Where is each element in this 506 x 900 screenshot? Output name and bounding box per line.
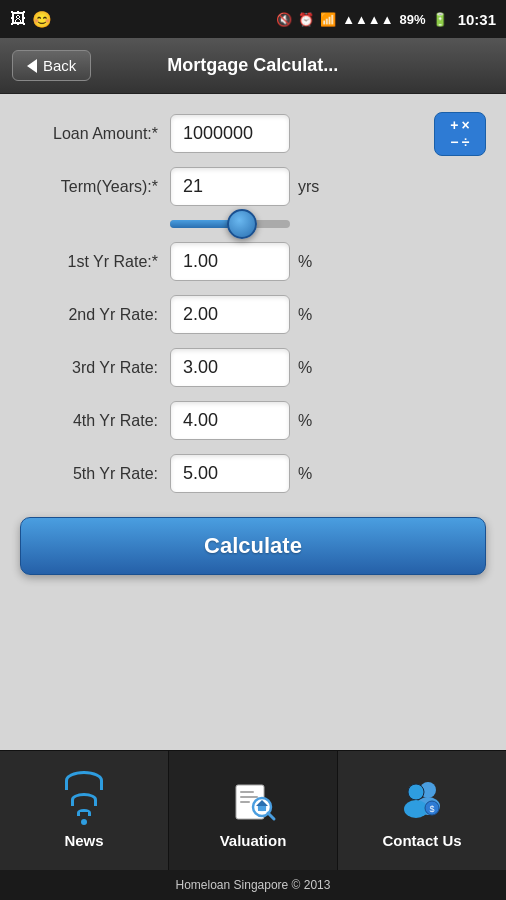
rate5-input[interactable] (170, 454, 290, 493)
multiply-icon: × (462, 118, 470, 132)
mute-icon: 🔇 (276, 12, 292, 27)
news-label: News (64, 832, 103, 849)
rate4-unit: % (298, 412, 312, 430)
loan-amount-row: Loan Amount:* + × − ÷ (20, 114, 486, 153)
term-unit: yrs (298, 178, 319, 196)
svg-text:$: $ (429, 804, 434, 814)
rate4-input[interactable] (170, 401, 290, 440)
back-label: Back (43, 57, 76, 74)
battery-icon: 🔋 (432, 12, 448, 27)
footer: Homeloan Singapore © 2013 (0, 870, 506, 900)
page-title: Mortgage Calculat... (91, 55, 414, 76)
valuation-icon-wrap (227, 772, 279, 824)
nav-item-valuation[interactable]: Valuation (169, 751, 338, 870)
back-arrow-icon (27, 59, 37, 73)
divide-icon: ÷ (462, 135, 470, 149)
contact-icon-wrap: $ (396, 772, 448, 824)
contact-label: Contact Us (382, 832, 461, 849)
rate1-input[interactable] (170, 242, 290, 281)
rate2-label: 2nd Yr Rate: (20, 306, 170, 324)
smiley-icon: 😊 (32, 10, 52, 29)
rate3-input[interactable] (170, 348, 290, 387)
valuation-icon (228, 773, 278, 823)
main-content: Loan Amount:* + × − ÷ Term(Years):* yrs … (0, 94, 506, 750)
plus-icon: + (450, 118, 458, 132)
status-bar-left: 🖼 😊 (10, 10, 52, 29)
svg-rect-3 (240, 801, 250, 803)
title-bar: Back Mortgage Calculat... (0, 38, 506, 94)
bottom-nav: News Valuation (0, 750, 506, 870)
rate2-input[interactable] (170, 295, 290, 334)
svg-point-11 (408, 784, 424, 800)
calc-button-inner: + × − ÷ (450, 118, 469, 149)
term-slider-track (170, 220, 290, 228)
svg-rect-2 (240, 796, 258, 798)
wifi-icon: 📶 (320, 12, 336, 27)
rate5-label: 5th Yr Rate: (20, 465, 170, 483)
rate4-row: 4th Yr Rate: % (20, 401, 486, 440)
svg-rect-1 (240, 791, 254, 793)
status-bar-right: 🔇 ⏰ 📶 ▲▲▲▲ 89% 🔋 10:31 (276, 11, 496, 28)
rate3-unit: % (298, 359, 312, 377)
minus-icon: − (450, 135, 458, 149)
battery-level: 89% (400, 12, 426, 27)
term-years-row: Term(Years):* yrs (20, 167, 486, 206)
wifi-arc-small (77, 809, 91, 816)
status-bar: 🖼 😊 🔇 ⏰ 📶 ▲▲▲▲ 89% 🔋 10:31 (0, 0, 506, 38)
footer-text: Homeloan Singapore © 2013 (176, 878, 331, 892)
loan-amount-input[interactable] (170, 114, 290, 153)
calculator-button[interactable]: + × − ÷ (434, 112, 486, 156)
calculate-button[interactable]: Calculate (20, 517, 486, 575)
rate5-row: 5th Yr Rate: % (20, 454, 486, 493)
svg-line-8 (268, 813, 274, 819)
alarm-icon: ⏰ (298, 12, 314, 27)
nav-item-contact[interactable]: $ Contact Us (338, 751, 506, 870)
news-wifi-icon (65, 771, 103, 825)
back-button[interactable]: Back (12, 50, 91, 81)
rate5-unit: % (298, 465, 312, 483)
term-input[interactable] (170, 167, 290, 206)
rate3-row: 3rd Yr Rate: % (20, 348, 486, 387)
contact-icon: $ (396, 772, 448, 824)
rate1-unit: % (298, 253, 312, 271)
signal-icon: ▲▲▲▲ (342, 12, 393, 27)
clock: 10:31 (458, 11, 496, 28)
rate2-row: 2nd Yr Rate: % (20, 295, 486, 334)
photo-icon: 🖼 (10, 10, 26, 28)
svg-point-12 (404, 800, 428, 818)
rate1-row: 1st Yr Rate:* % (20, 242, 486, 281)
nav-item-news[interactable]: News (0, 751, 169, 870)
rate2-unit: % (298, 306, 312, 324)
rate1-label: 1st Yr Rate:* (20, 253, 170, 271)
rate3-label: 3rd Yr Rate: (20, 359, 170, 377)
loan-amount-label: Loan Amount:* (20, 125, 170, 143)
calculate-btn-row: Calculate (20, 517, 486, 575)
wifi-arc-large (65, 771, 103, 790)
wifi-dot (81, 819, 87, 825)
term-label: Term(Years):* (20, 178, 170, 196)
rate4-label: 4th Yr Rate: (20, 412, 170, 430)
term-slider-thumb[interactable] (227, 209, 257, 239)
valuation-label: Valuation (220, 832, 287, 849)
news-icon-wrap (58, 772, 110, 824)
wifi-arc-medium (71, 793, 97, 806)
term-slider-row (20, 220, 486, 228)
